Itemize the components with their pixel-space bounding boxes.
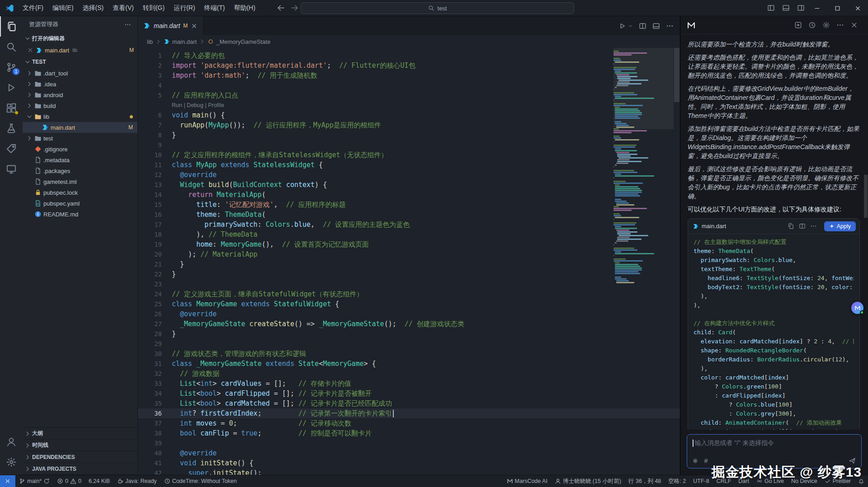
new-chat-icon[interactable] <box>794 21 802 29</box>
code-line-27[interactable]: 27 _MemoryGameState createState() => _Me… <box>138 319 680 329</box>
code-line-12[interactable]: 12 @override <box>138 170 680 180</box>
menu-item[interactable]: 编辑(E) <box>48 0 78 16</box>
tree-item-build[interactable]: build <box>23 100 137 111</box>
code-line-13[interactable]: 13 Widget build(BuildContext context) { <box>138 180 680 190</box>
tree-item-gametest.iml[interactable]: gametest.iml <box>23 176 137 187</box>
code-more-icon[interactable] <box>810 223 817 229</box>
code-line-33[interactable]: 33 List<int> cardValues = []; // 存储卡片的值 <box>138 379 680 389</box>
close-panel-icon[interactable] <box>850 21 858 29</box>
sidebar-section-JAVA PROJECTS[interactable]: JAVA PROJECTS <box>23 463 137 475</box>
code-line-10[interactable]: 10// 定义应用程序的根组件，继承自StatelessWidget（无状态组件… <box>138 150 680 160</box>
activity-extensions[interactable] <box>0 98 23 118</box>
code-line-17[interactable]: 17 primarySwatch: Colors.blue, // 设置应用的主… <box>138 220 680 229</box>
tree-item-pubspec.yaml[interactable]: pubspec.yaml <box>23 198 137 209</box>
code-line-18[interactable]: 18 ), // ThemeData <box>138 229 680 239</box>
tab-main-dart[interactable]: main.dart M <box>138 16 203 35</box>
minimize-button[interactable] <box>807 0 827 16</box>
split-editor-icon[interactable] <box>639 22 646 30</box>
code-line-40[interactable]: 40 @override <box>138 448 680 458</box>
toggle-panel-icon[interactable] <box>782 4 790 12</box>
status-codetime[interactable]: CodeTime: Without Token <box>160 475 241 487</box>
run-file-icon[interactable] <box>618 22 626 30</box>
menu-item[interactable]: 查看(V) <box>108 0 138 16</box>
menu-item[interactable]: 帮助(H) <box>229 0 259 16</box>
code-line-14[interactable]: 14 return MaterialApp( <box>138 190 680 200</box>
breadcrumb[interactable]: lib main.dart _MemoryGameState <box>138 35 680 48</box>
more-actions-icon[interactable] <box>666 22 674 30</box>
skills-icon[interactable]: ※ <box>693 457 698 464</box>
sidebar-section-时间线[interactable]: 时间线 <box>23 440 137 451</box>
code-line-41[interactable]: 41 void initState() { <box>138 458 680 468</box>
menu-item[interactable]: 终端(T) <box>200 0 230 16</box>
code-line-22[interactable]: 22} <box>138 269 680 279</box>
code-line-16[interactable]: 16 theme: ThemeData( <box>138 210 680 220</box>
code-line-29[interactable]: 29 <box>138 339 680 349</box>
project-header[interactable]: TEST <box>23 56 137 68</box>
code-line-35[interactable]: 35 List<bool> cardMatched = []; // 记录卡片是… <box>138 398 680 408</box>
command-center-search[interactable]: test <box>301 2 574 14</box>
panel-scrollbar[interactable] <box>863 34 868 425</box>
tree-item-main.dart[interactable]: main.dartM <box>23 122 137 133</box>
code-line-26[interactable]: 26 @override <box>138 309 680 319</box>
code-line-21[interactable]: 21 } <box>138 259 680 269</box>
activity-testing[interactable] <box>0 118 23 138</box>
code-line-6[interactable]: 6void main() { <box>138 110 680 120</box>
code-line-19[interactable]: 19 home: MemoryGame(), // 设置首页为记忆游戏页面 <box>138 239 680 249</box>
tree-item-.dart_tool[interactable]: .dart_tool <box>23 68 137 79</box>
activity-search[interactable] <box>0 37 23 57</box>
status-remote[interactable] <box>0 475 15 487</box>
code-line-32[interactable]: 32 // 游戏数据 <box>138 369 680 379</box>
status-problems[interactable]: 00 <box>53 475 85 487</box>
activity-remote-explorer[interactable] <box>0 159 23 179</box>
sidebar-section-大纲[interactable]: 大纲 <box>23 428 137 440</box>
code-line-24[interactable]: 24// 定义游戏主页面，继承自StatefulWidget（有状态组件） <box>138 289 680 299</box>
editor-scrollbar[interactable] <box>674 48 680 475</box>
status-cursor-position[interactable]: 行 36，列 48 <box>625 475 665 487</box>
context-icon[interactable]: # <box>704 457 708 464</box>
code-line-25[interactable]: 25class MemoryGame extends StatefulWidge… <box>138 299 680 309</box>
nav-forward-icon[interactable] <box>290 4 299 12</box>
code-line-31[interactable]: 31class _MemoryGameState extends State<M… <box>138 359 680 369</box>
tree-item-.gitignore[interactable]: .gitignore <box>23 144 137 155</box>
activity-source-control[interactable]: 1 <box>0 57 23 77</box>
code-line-8[interactable]: 8} <box>138 130 680 140</box>
tree-item-lib[interactable]: lib <box>23 111 137 122</box>
explorer-actions-icon[interactable] <box>124 21 131 28</box>
activity-references[interactable] <box>0 138 23 159</box>
maximize-button[interactable] <box>827 0 848 16</box>
code-line-37[interactable]: 37 int moves = 0; // 记录移动次数 <box>138 418 680 428</box>
code-line-15[interactable]: 15 title: '记忆配对游戏', // 应用程序的标题 <box>138 200 680 210</box>
code-line-36[interactable]: 36 int? firstCardIndex; // 记录第一次翻开的卡片索引 <box>138 408 680 418</box>
account-button[interactable] <box>0 431 23 452</box>
status-encoding[interactable]: UTF-8 <box>689 475 712 487</box>
status-indentation[interactable]: 空格: 2 <box>665 475 689 487</box>
code-line-30[interactable]: 30// 游戏状态类，管理游戏的所有状态和逻辑 <box>138 349 680 359</box>
code-line-28[interactable]: 28} <box>138 329 680 339</box>
status-marscode-ai[interactable]: MarsCode AI <box>503 475 551 487</box>
close-tab-icon[interactable] <box>191 23 198 29</box>
run-dropdown-icon[interactable] <box>628 23 633 28</box>
tree-item-test[interactable]: test <box>23 133 137 144</box>
sidebar-section-DEPENDENCIES[interactable]: DEPENDENCIES <box>23 451 137 463</box>
toggle-secondary-sidebar-icon[interactable] <box>797 4 805 12</box>
menu-item[interactable]: 文件(F) <box>18 0 48 16</box>
code-line-11[interactable]: 11class MyApp extends StatelessWidget { <box>138 160 680 170</box>
breadcrumb-file[interactable]: main.dart <box>172 38 197 45</box>
code-line-4[interactable]: 4 <box>138 80 680 90</box>
code-line-20[interactable]: 20 ); // MaterialApp <box>138 249 680 259</box>
tree-item-.packages[interactable]: .packages <box>23 165 137 176</box>
tree-item-android[interactable]: android <box>23 89 137 100</box>
status-file-size[interactable]: 6.24 KiB <box>85 475 113 487</box>
tree-item-.idea[interactable]: .idea <box>23 79 137 89</box>
minimap-slider[interactable] <box>613 48 674 129</box>
settings-button[interactable] <box>0 452 23 472</box>
code-line-9[interactable]: 9 <box>138 140 680 150</box>
menu-item[interactable]: 选择(S) <box>78 0 108 16</box>
toggle-sidebar-icon[interactable] <box>767 4 775 12</box>
breadcrumb-folder[interactable]: lib <box>147 38 153 45</box>
code-line-1[interactable]: 1// 导入必要的包 <box>138 51 680 61</box>
history-icon[interactable] <box>808 21 816 29</box>
code-editor[interactable]: 1// 导入必要的包2import 'package:flutter/mater… <box>138 51 680 475</box>
copy-code-icon[interactable] <box>788 223 794 229</box>
minimap[interactable] <box>613 48 674 475</box>
